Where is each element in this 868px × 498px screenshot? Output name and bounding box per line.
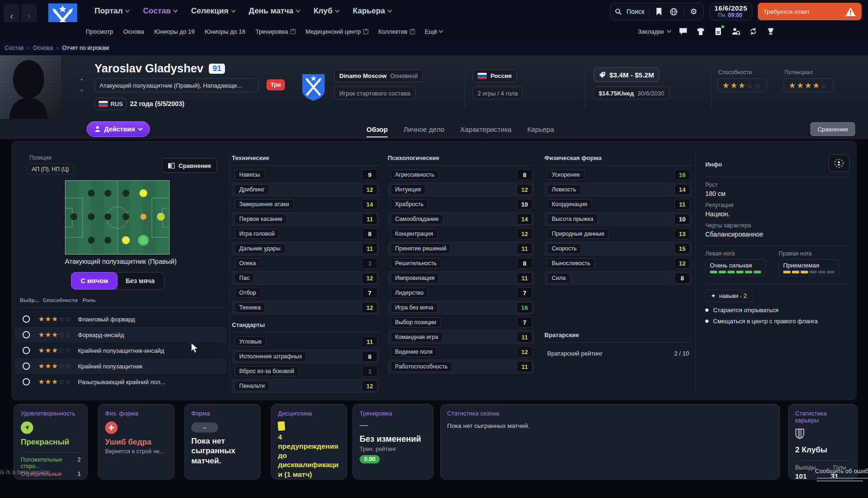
attribute-row[interactable]: Природные данные13 bbox=[544, 226, 692, 241]
attribute-row[interactable]: Вброс из-за боковой3 bbox=[232, 364, 379, 379]
sub-nav-Коллектив[interactable]: Коллектив bbox=[378, 28, 415, 35]
attribute-row[interactable]: Храбрость10 bbox=[388, 197, 534, 212]
sub-nav-Просмотр[interactable]: Просмотр bbox=[86, 28, 113, 35]
role-row[interactable]: ★★★☆☆Форвард-инсайд bbox=[14, 327, 226, 343]
game-date[interactable]: 16/6/2025 Пн 09:00 bbox=[709, 3, 752, 20]
attribute-row[interactable]: Интуиция12 bbox=[388, 182, 534, 197]
role-radio[interactable] bbox=[23, 347, 30, 354]
season-stats-card[interactable]: Статистика сезона Пока нет сыгранных мат… bbox=[440, 404, 780, 480]
attribute-row[interactable]: Исполнение штрафных8 bbox=[232, 349, 379, 364]
skills-badge[interactable]: ✦ навыки - 2 bbox=[705, 290, 752, 302]
col-role[interactable]: Роль bbox=[83, 297, 96, 303]
tab-personal[interactable]: Личное дело bbox=[403, 119, 444, 139]
attribute-row[interactable]: Выбор позиции7 bbox=[388, 315, 534, 330]
attribute-row[interactable]: Командная игра11 bbox=[388, 330, 534, 344]
col-ability[interactable]: Способности bbox=[43, 297, 78, 303]
main-nav-Клуб[interactable]: Клуб bbox=[313, 6, 339, 16]
main-nav-Состав[interactable]: Состав bbox=[143, 6, 177, 16]
tab-overview[interactable]: Обзор bbox=[366, 119, 388, 139]
chat-icon[interactable] bbox=[678, 26, 688, 36]
attribute-row[interactable]: Дриблинг12 bbox=[232, 182, 379, 197]
position-dot-highlight[interactable] bbox=[140, 213, 146, 219]
role-row[interactable]: ★★★☆☆Фланговый форвард bbox=[14, 311, 226, 327]
player-switcher[interactable]: ⌃⌄ bbox=[79, 79, 84, 91]
value-box[interactable]: $3.4M - $5.2M bbox=[594, 67, 659, 82]
position-dot-highlight[interactable] bbox=[122, 236, 130, 244]
main-nav-Селекция[interactable]: Селекция bbox=[191, 6, 235, 16]
main-nav-День матча[interactable]: День матча bbox=[249, 6, 300, 16]
tab-attributes[interactable]: Характеристика bbox=[460, 119, 512, 139]
role-radio[interactable] bbox=[23, 378, 30, 385]
compare-button[interactable]: Сравнение bbox=[810, 122, 855, 136]
without-ball-toggle[interactable]: Без мяча bbox=[116, 272, 164, 290]
sync-icon[interactable] bbox=[748, 26, 758, 36]
attribute-row[interactable]: Отбор7 bbox=[232, 285, 379, 300]
breadcrumb-player-report[interactable]: Отчет по игрокам bbox=[62, 45, 109, 51]
attribute-row[interactable]: Принятие решений11 bbox=[388, 241, 534, 256]
position-dot-highlight[interactable] bbox=[139, 236, 148, 244]
attribute-row[interactable]: Первое касание11 bbox=[232, 212, 379, 226]
scout-icon[interactable] bbox=[731, 26, 741, 36]
positions-compare-button[interactable]: Сравнение bbox=[162, 158, 217, 173]
attribute-row[interactable]: Высота прыжка10 bbox=[544, 212, 692, 226]
main-nav-Карьера[interactable]: Карьера bbox=[353, 6, 391, 16]
sub-nav-Основа[interactable]: Основа bbox=[123, 28, 144, 35]
sub-nav-Тренировка[interactable]: Тренировка bbox=[255, 28, 295, 35]
sub-nav-Ещё[interactable]: Ещё bbox=[425, 28, 443, 35]
fitness-card[interactable]: Физ. форма Ушиб бедра Вернется в строй ч… bbox=[98, 404, 174, 480]
attribute-row[interactable]: Решительность8 bbox=[388, 256, 534, 271]
nation-box[interactable]: Россия bbox=[472, 69, 517, 82]
injury-badge[interactable]: Трв bbox=[266, 79, 285, 90]
attribute-row[interactable]: Скорость15 bbox=[544, 241, 692, 256]
gear-icon[interactable]: ⚙ bbox=[689, 6, 699, 17]
trophy-icon[interactable] bbox=[766, 26, 776, 36]
attribute-row[interactable]: Работоспособность11 bbox=[388, 359, 534, 374]
attribute-row[interactable]: Координация11 bbox=[544, 197, 692, 212]
radar-icon[interactable] bbox=[828, 154, 850, 172]
attribute-row[interactable]: Пенальти12 bbox=[232, 379, 379, 393]
attribute-row[interactable]: Ловкость14 bbox=[544, 182, 692, 197]
attribute-row[interactable]: Самообладание14 bbox=[388, 212, 534, 226]
attribute-row[interactable]: Импровизация11 bbox=[388, 271, 534, 285]
position-dot-highlight[interactable] bbox=[139, 190, 147, 197]
role-radio[interactable] bbox=[23, 331, 30, 338]
search-bar[interactable]: Поиск ⚙ bbox=[610, 3, 704, 20]
training-card[interactable]: Тренировка — Без изменений Трен. рейтинг… bbox=[353, 404, 433, 480]
actions-button[interactable]: Действия bbox=[87, 121, 150, 137]
attribute-row[interactable]: Дальние удары11 bbox=[232, 241, 379, 256]
position-dot-highlight[interactable] bbox=[157, 213, 165, 220]
attribute-row[interactable]: Навесы9 bbox=[232, 167, 379, 182]
attribute-row[interactable]: Игра головой8 bbox=[232, 226, 379, 241]
globe-icon[interactable] bbox=[669, 6, 679, 17]
player-positions[interactable]: Атакующий полузащитник (Правый), Нападаю… bbox=[94, 78, 259, 92]
report-bug-link[interactable]: Сообщить об ошибке bbox=[815, 468, 868, 474]
profile-card-icon[interactable] bbox=[713, 26, 723, 36]
attribute-row[interactable]: Техника12 bbox=[232, 300, 379, 315]
discipline-card[interactable]: Дисциплина 4 предупреждения до дисквалиф… bbox=[271, 404, 347, 480]
attribute-row[interactable]: Угловые11 bbox=[232, 334, 379, 349]
club-crest[interactable] bbox=[301, 73, 326, 103]
form-card[interactable]: Форма - Пока нет сыгранных матчей. bbox=[184, 404, 260, 480]
response-required-button[interactable]: Требуется ответ bbox=[758, 3, 862, 20]
tab-career[interactable]: Карьера bbox=[527, 119, 554, 139]
squad-status-box[interactable]: Игрок стартового состава bbox=[334, 87, 415, 100]
attribute-row[interactable]: Сила8 bbox=[544, 271, 692, 285]
position-pitch[interactable] bbox=[65, 180, 170, 255]
role-radio[interactable] bbox=[23, 315, 30, 323]
bookmarks-dropdown[interactable]: Закладки bbox=[638, 28, 671, 35]
attribute-row[interactable]: Выносливость12 bbox=[544, 256, 692, 271]
attribute-row[interactable]: Агрессивность8 bbox=[388, 167, 534, 182]
sub-nav-Юниоры до 18[interactable]: Юниоры до 18 bbox=[205, 28, 245, 35]
role-row[interactable]: ★★★☆☆Крайний полузащитник bbox=[14, 358, 226, 374]
bookmark-icon[interactable] bbox=[654, 6, 664, 17]
attribute-row[interactable]: Концентрация12 bbox=[388, 226, 534, 241]
attribute-row[interactable]: Ускорение16 bbox=[544, 167, 692, 182]
role-row[interactable]: ★★★☆☆Разыгрывающий крайний пол... bbox=[14, 374, 226, 390]
positives-label[interactable]: Положительные сторо... bbox=[21, 456, 77, 469]
breadcrumb-first-team[interactable]: Основа bbox=[33, 45, 53, 51]
attribute-row[interactable]: Игра без мяча16 bbox=[388, 300, 534, 315]
attribute-row[interactable]: Завершение атаки14 bbox=[232, 197, 379, 212]
main-nav-Портал[interactable]: Портал bbox=[94, 6, 129, 16]
attribute-row[interactable]: Опека3 bbox=[232, 256, 379, 271]
attribute-row[interactable]: Пас12 bbox=[232, 271, 379, 285]
